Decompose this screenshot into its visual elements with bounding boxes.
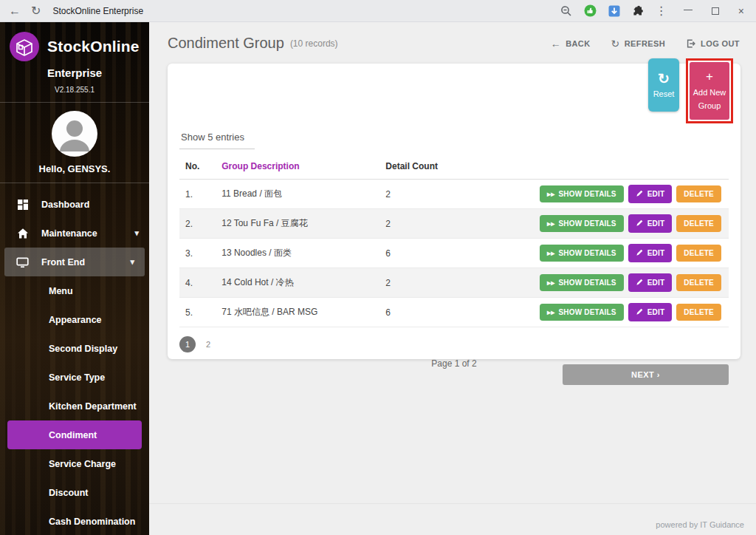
row-group-description: 71 水吧信息 / BAR MSG	[216, 298, 379, 327]
zoom-out-icon[interactable]	[560, 5, 572, 17]
sidebar-item-dashboard[interactable]: Dashboard	[0, 190, 149, 219]
row-actions: ▸▸SHOW DETAILSEDITDELETE	[534, 268, 729, 298]
footer-credit: powered by IT Guidance	[656, 520, 744, 529]
sidebar-item-label: Appearance	[49, 315, 102, 325]
browser-back-icon[interactable]: ←	[9, 5, 21, 17]
sidebar-item-service-charge[interactable]: Service Charge	[0, 449, 149, 478]
table-body: 1.11 Bread / 面包2▸▸SHOW DETAILSEDITDELETE…	[179, 180, 729, 327]
table-row: 2.12 Tou Fu Fa / 豆腐花2▸▸SHOW DETAILSEDITD…	[179, 209, 729, 239]
row-detail-count: 6	[379, 239, 534, 268]
sidebar-item-label: Service Type	[49, 372, 105, 383]
row-actions: ▸▸SHOW DETAILSEDITDELETE	[534, 298, 729, 327]
double-arrow-icon: ▸▸	[547, 279, 554, 287]
sidebar-item-label: Menu	[49, 286, 73, 296]
row-detail-count: 2	[379, 180, 534, 209]
brand-version: V2.18.255.1	[0, 86, 149, 94]
show-entries-select[interactable]: Show 5 entries	[179, 132, 255, 149]
add-new-label-line1: Add New	[693, 88, 726, 98]
row-number: 2.	[179, 209, 216, 239]
show-details-button[interactable]: ▸▸SHOW DETAILS	[540, 245, 624, 262]
card-toolbar: ↻ Reset + Add New Group	[648, 58, 733, 123]
double-arrow-icon: ▸▸	[547, 309, 554, 316]
sidebar-item-condiment[interactable]: Condiment	[7, 420, 142, 449]
minimize-button[interactable]	[684, 10, 693, 10]
edit-button[interactable]: EDIT	[628, 273, 673, 292]
table-row: 1.11 Bread / 面包2▸▸SHOW DETAILSEDITDELETE	[179, 180, 729, 209]
sidebar-item-label: Service Charge	[49, 459, 116, 469]
row-number: 4.	[179, 268, 216, 298]
next-page-button[interactable]: NEXT ›	[563, 364, 729, 385]
edit-button[interactable]: EDIT	[628, 185, 673, 203]
row-actions: ▸▸SHOW DETAILSEDITDELETE	[534, 209, 729, 239]
logout-button[interactable]: LOG OUT	[686, 38, 740, 49]
maximize-button[interactable]	[712, 7, 719, 15]
row-number: 1.	[179, 180, 216, 209]
page-button[interactable]: 2	[206, 340, 210, 349]
condiment-group-table: No. Group Description Detail Count 1.11 …	[179, 154, 729, 327]
extension-download-icon[interactable]	[608, 5, 620, 17]
sidebar-item-front-end[interactable]: Front End▾	[4, 248, 145, 276]
pencil-icon	[636, 307, 644, 317]
reset-label: Reset	[653, 89, 675, 98]
edit-button[interactable]: EDIT	[628, 303, 673, 321]
reset-button[interactable]: ↻ Reset	[648, 58, 679, 112]
delete-button[interactable]: DELETE	[676, 245, 721, 262]
show-details-button[interactable]: ▸▸SHOW DETAILS	[540, 274, 624, 291]
close-button[interactable]: ×	[738, 6, 744, 16]
sidebar-item-label: Dashboard	[41, 200, 89, 210]
extension-thumbsup-icon[interactable]	[584, 4, 597, 17]
delete-button[interactable]: DELETE	[676, 304, 721, 321]
double-arrow-icon: ▸▸	[547, 220, 554, 228]
logout-icon	[686, 38, 696, 49]
refresh-label: REFRESH	[625, 39, 665, 48]
sidebar-item-cash-denomination[interactable]: Cash Denomination	[0, 507, 149, 535]
show-details-button[interactable]: ▸▸SHOW DETAILS	[540, 185, 624, 202]
sidebar-item-label: Front End	[41, 257, 85, 268]
pencil-icon	[636, 219, 644, 228]
add-new-group-button[interactable]: + Add New Group	[690, 62, 729, 120]
sidebar-item-label: Discount	[49, 488, 88, 498]
browser-refresh-icon[interactable]: ↻	[31, 5, 41, 17]
show-details-button[interactable]: ▸▸SHOW DETAILS	[540, 215, 624, 232]
sidebar-item-menu[interactable]: Menu	[0, 276, 149, 305]
sidebar-item-service-type[interactable]: Service Type	[0, 363, 149, 392]
sidebar-item-discount[interactable]: Discount	[0, 478, 149, 507]
sidebar-menu: DashboardMaintenance▾Front End▾MenuAppea…	[0, 190, 149, 535]
plus-icon: +	[706, 70, 713, 83]
double-arrow-icon: ▸▸	[547, 250, 554, 257]
refresh-button[interactable]: ↻ REFRESH	[611, 38, 666, 50]
sidebar-item-second-display[interactable]: Second Display	[0, 334, 149, 363]
pagination: 12 Page 1 of 2 NEXT ›	[179, 336, 729, 385]
header-group-description[interactable]: Group Description	[216, 154, 379, 180]
home-icon	[16, 228, 29, 239]
extensions-puzzle-icon[interactable]	[632, 5, 644, 17]
sidebar-item-maintenance[interactable]: Maintenance▾	[0, 219, 149, 248]
sidebar-divider	[0, 102, 149, 103]
delete-button[interactable]: DELETE	[676, 274, 721, 291]
sidebar-item-kitchen-department[interactable]: Kitchen Department	[0, 392, 149, 420]
page-header: Condiment Group (10 records) ← BACK ↻ RE…	[149, 22, 756, 52]
back-button[interactable]: ← BACK	[551, 38, 591, 50]
browser-menu-icon[interactable]: ⋮	[656, 5, 667, 17]
edit-button[interactable]: EDIT	[628, 244, 673, 262]
user-avatar	[51, 110, 98, 157]
show-details-button[interactable]: ▸▸SHOW DETAILS	[540, 304, 624, 321]
row-number: 5.	[179, 298, 216, 327]
delete-button[interactable]: DELETE	[676, 185, 721, 202]
footer: powered by IT Guidance	[149, 503, 756, 535]
table-row: 3.13 Noodles / 面类6▸▸SHOW DETAILSEDITDELE…	[179, 239, 729, 268]
delete-button[interactable]: DELETE	[676, 215, 721, 232]
browser-tab-title: StockOnline Enterprise	[52, 6, 143, 16]
row-actions: ▸▸SHOW DETAILSEDITDELETE	[534, 239, 729, 268]
row-actions: ▸▸SHOW DETAILSEDITDELETE	[534, 180, 729, 209]
logout-label: LOG OUT	[701, 39, 740, 48]
sidebar-divider	[0, 183, 149, 183]
page-button-current[interactable]: 1	[179, 336, 196, 352]
sidebar-item-appearance[interactable]: Appearance	[0, 305, 149, 334]
header-detail-count: Detail Count	[379, 154, 534, 180]
row-group-description: 11 Bread / 面包	[216, 180, 379, 209]
edit-button[interactable]: EDIT	[628, 214, 673, 233]
sidebar-item-label: Kitchen Department	[49, 401, 137, 412]
sidebar-item-label: Cash Denomination	[49, 517, 135, 527]
back-arrow-icon: ←	[551, 38, 561, 50]
